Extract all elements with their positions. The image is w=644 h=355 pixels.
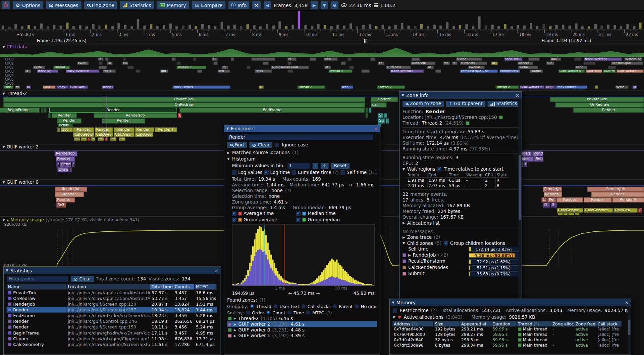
cpu-zone-segment[interactable]: Thre [3,86,13,89]
legend-checkbox[interactable] [296,218,301,222]
allocations-list-toggle[interactable]: ▶Allocations list [402,220,519,226]
zone[interactable]: Render [56,157,75,162]
zone[interactable]: Render [114,128,134,132]
cpu-zone-segment[interactable]: gtk [160,70,168,73]
zone[interactable]: RerS [547,197,555,203]
zone[interactable] [575,213,579,215]
cpu-zone-segment[interactable] [287,61,291,65]
column-header[interactable]: Location [66,284,150,290]
memory-button[interactable]: Memory [157,1,189,9]
column-header[interactable]: Call stack [596,321,622,326]
zone[interactable]: S [551,203,557,208]
cpu-zone-segment[interactable]: et [378,61,385,65]
histogram-toggle[interactable]: ▼Histogram [227,156,377,162]
table-row[interactable]: OnRedrawjni/../jni/src/claw/application/… [7,295,218,301]
scrollbar[interactable] [518,99,522,301]
table-row[interactable]: 0x7dfc53d8988 bytes298.34 ms59.95 sMain … [393,343,628,348]
ignore-case-checkbox[interactable] [275,143,279,147]
table-row[interactable]: 0x7e049b3d00128 bytes298.27 ms59.95 sMai… [393,332,628,337]
close-icon[interactable]: × [516,93,520,98]
scrollbar[interactable] [628,306,631,354]
cpu-zone-segment[interactable]: ot [427,65,434,69]
zone[interactable] [366,113,368,118]
cpu-zone-segment[interactable]: sur [546,61,554,65]
cpu-zone-segment[interactable]: A [259,86,264,89]
column-header[interactable]: Thread (?) [517,321,551,326]
cpu-zone-segment[interactable]: GUIF worker 2 [520,86,544,89]
cpu-zone-segment[interactable] [341,61,346,65]
zoom-to-zone-button[interactable]: Zoom to zone [402,101,444,107]
column-header[interactable]: Appeared at [460,321,491,326]
cpu-zone-segment[interactable]: et [324,65,331,69]
info-button[interactable]: Info [228,1,249,9]
cpu-zone-segment[interactable] [251,57,275,61]
column-header[interactable]: Duration [491,321,517,326]
cpu-zone-segment[interactable]: Tracy [56,86,69,89]
cpu-zone-segment[interactable]: fd [222,65,228,69]
child-zone-row[interactable]: ▶RenderJob(×2)4.16 ms (92.60%) [402,252,519,258]
column-header[interactable]: MTPC [195,284,217,290]
cpu-zone-segment[interactable] [214,61,218,65]
table-row[interactable]: Renderjni/../jni/src/guif/Control.cpp:34… [7,318,218,324]
cpu-zone-segment[interactable]: Thread-2 [177,65,206,69]
zone[interactable]: D [543,203,550,208]
frame-dropdown-button[interactable]: ▼ [321,1,328,9]
zone[interactable]: 17 [541,197,547,203]
zone[interactable]: BeginFrame [0,108,40,113]
zone[interactable]: RenderJob [55,187,87,192]
zone[interactable] [366,108,368,113]
zone[interactable]: Draw [57,167,68,172]
cpu-zone-segment[interactable] [349,65,354,69]
cpu-zone-segment[interactable]: GUIF [43,86,55,89]
cpu-zone-segment[interactable] [177,61,181,65]
thread-header[interactable]: ▼Thread-2 [2,91,27,96]
cpu-zone-segment[interactable]: composer@2.1-se [460,70,498,73]
cpu-zone-segment[interactable]: ia [24,70,31,73]
zone[interactable]: F [57,128,60,132]
column-header[interactable]: Total time [150,284,173,290]
zone[interactable]: Ren [534,157,543,162]
options-button[interactable]: ⚙Options [13,1,43,9]
cpu-zone-segment[interactable]: GUIF worker 1 [616,70,644,73]
cpu-zone-segment[interactable] [172,57,176,61]
cpu-zone-segment[interactable]: kwo [324,57,338,61]
zone[interactable]: RenderJob [55,151,77,157]
cpu-zone-segment[interactable]: GUIF-wor [69,86,88,89]
memory-table-header[interactable]: Address (?)SizeAppeared atDurationThread… [393,321,628,326]
cpu-zone-segment[interactable]: GUIF-work [586,70,602,73]
cpu-zone-segment[interactable]: iw [107,61,112,65]
cpu-zone-segment[interactable] [105,57,108,61]
collapse-icon[interactable]: ▼ [402,93,405,97]
table-row[interactable]: PrivateTickjni/../jni/src/claw/applicati… [7,290,218,295]
cpu-zone-segment[interactable] [231,57,234,61]
zone[interactable] [569,213,574,215]
zone[interactable]: CalcGeo [613,208,637,213]
cpu-zone-segment[interactable]: syste [615,86,628,89]
cpu-zone-segment[interactable] [123,57,125,61]
cpu-zone-segment[interactable]: Tracy Profiler [172,86,230,89]
zone[interactable]: OnRedraw [555,102,644,107]
column-header[interactable]: Name [7,284,67,290]
active-allocations-header[interactable]: ▼♥Active allocations(3,043)Memory usage:… [393,315,628,320]
group-children-checkbox[interactable] [443,241,448,245]
cpu-zone-segment[interactable]: al [212,57,218,61]
zone[interactable]: PrivateTick [550,97,644,102]
cpu-zone-segment[interactable]: Thread-2 [298,86,325,89]
clear-filter-button[interactable]: ⊘Clear [71,276,94,282]
cpu-zone-segment[interactable]: M [633,86,637,89]
reset-button[interactable]: Reset [331,163,350,169]
zone-group-row[interactable]: ▶GUIF worker 1(3,192)4.39 s [227,333,377,339]
cpu-zone-segment[interactable]: Thread [53,65,70,69]
zone[interactable]: CalcGeo [135,132,153,137]
cpu-zone-segment[interactable] [412,57,420,61]
zone[interactable] [41,108,43,113]
cpu-zone-segment[interactable]: audioserver /aud [271,65,309,69]
column-header[interactable]: Zone alloc [551,321,574,326]
min-bin-input[interactable] [287,163,310,169]
cpu-zone-segment[interactable]: sensors-grm [611,61,643,65]
cpu-zone-segment[interactable]: composer@ [499,70,520,73]
cpu-zone-segment[interactable]: lgtks [255,70,272,73]
matched-locations-toggle[interactable]: ▶Matched source locations(1) [227,150,377,156]
zone[interactable]: Update [371,97,398,102]
cpu-zone-segment[interactable]: kwor [77,61,89,65]
